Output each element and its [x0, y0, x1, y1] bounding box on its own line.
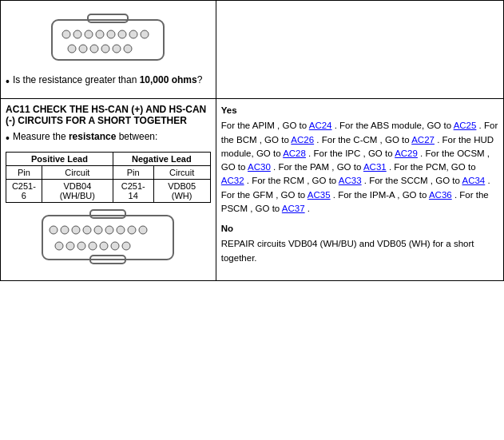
link-ac29[interactable]: AC29	[395, 149, 418, 158]
bullet-resistance-question: • Is the resistance greater than 10,000 …	[6, 74, 211, 89]
top-left-cell: • Is the resistance greater than 10,000 …	[1, 1, 216, 99]
svg-point-14	[113, 45, 121, 53]
link-ac33[interactable]: AC33	[339, 176, 362, 185]
sub-header-pin2: Pin	[113, 166, 153, 180]
svg-point-10	[68, 45, 76, 53]
link-ac37[interactable]: AC37	[282, 204, 305, 213]
main-layout: • Is the resistance greater than 10,000 …	[0, 0, 504, 281]
svg-point-19	[50, 226, 58, 234]
svg-point-28	[55, 242, 63, 250]
link-ac31[interactable]: AC31	[363, 162, 387, 172]
link-ac26[interactable]: AC26	[291, 135, 314, 145]
no-label: No	[221, 222, 498, 236]
svg-point-20	[61, 226, 69, 234]
svg-point-3	[73, 30, 81, 38]
svg-point-25	[117, 226, 125, 234]
link-ac27[interactable]: AC27	[411, 135, 435, 145]
yes-label: Yes	[221, 104, 498, 117]
svg-point-30	[77, 242, 85, 250]
sub-header-pin1: Pin	[6, 166, 42, 180]
table-row: C251-6 VDB04 (WH/BU) C251-14 VDB05 (WH)	[6, 180, 211, 203]
svg-point-6	[107, 30, 115, 38]
svg-point-26	[128, 226, 136, 234]
svg-point-24	[105, 226, 113, 234]
svg-point-2	[62, 30, 70, 38]
ac11-left-cell: AC11 CHECK THE HS-CAN (+) AND HS-CAN (-)…	[1, 99, 216, 281]
yes-content: For the APIM , GO to AC24 . For the ABS …	[221, 119, 498, 216]
svg-point-8	[129, 30, 137, 38]
link-ac34[interactable]: AC34	[462, 176, 485, 185]
measurement-table: Positive Lead Negative Lead Pin Circuit …	[6, 152, 211, 203]
svg-point-13	[101, 45, 109, 53]
neg-circuit: VDB05 (WH)	[153, 180, 210, 203]
no-content: REPAIR circuits VDB04 (WH/BU) and VDB05 …	[221, 237, 498, 265]
yes-no-section: Yes For the APIM , GO to AC24 . For the …	[221, 104, 498, 265]
svg-point-5	[96, 30, 104, 38]
svg-rect-1	[88, 14, 128, 22]
svg-point-7	[118, 30, 126, 38]
svg-point-32	[100, 242, 108, 250]
measure-label: Measure the resistance between:	[13, 131, 157, 142]
resistance-question-text: Is the resistance greater than 10,000 oh…	[13, 74, 203, 85]
svg-point-31	[89, 242, 97, 250]
top-right-cell	[216, 1, 503, 99]
neg-pin: C251-14	[113, 180, 153, 203]
link-ac35[interactable]: AC35	[308, 190, 331, 200]
svg-point-11	[79, 45, 87, 53]
svg-point-21	[72, 226, 80, 234]
link-ac30[interactable]: AC30	[248, 162, 271, 172]
link-ac24[interactable]: AC24	[309, 121, 332, 130]
pos-circuit: VDB04 (WH/BU)	[42, 180, 113, 203]
connector-top-image	[6, 12, 211, 68]
sub-header-circuit2: Circuit	[153, 166, 210, 180]
svg-point-23	[94, 226, 102, 234]
connector-svg-bottom	[36, 209, 180, 269]
svg-point-29	[66, 242, 74, 250]
svg-point-12	[90, 45, 98, 53]
connector-svg-top	[44, 12, 172, 68]
svg-rect-17	[90, 210, 125, 218]
measure-section: • Measure the resistance between:	[6, 131, 211, 145]
connector-bottom-image	[6, 209, 211, 269]
ac11-header: AC11 CHECK THE HS-CAN (+) AND HS-CAN (-)…	[6, 104, 211, 126]
negative-lead-header: Negative Lead	[113, 153, 210, 166]
sub-header-circuit1: Circuit	[42, 166, 113, 180]
link-ac28[interactable]: AC28	[283, 149, 306, 158]
svg-rect-16	[42, 216, 173, 260]
ac11-right-cell: Yes For the APIM , GO to AC24 . For the …	[216, 99, 503, 281]
link-ac32[interactable]: AC32	[221, 176, 244, 185]
svg-point-22	[83, 226, 91, 234]
svg-point-33	[111, 242, 119, 250]
svg-point-9	[141, 30, 149, 38]
link-ac25[interactable]: AC25	[454, 121, 477, 130]
pos-pin: C251-6	[6, 180, 42, 203]
svg-rect-0	[52, 20, 164, 60]
svg-point-15	[124, 45, 132, 53]
svg-point-27	[139, 226, 147, 234]
svg-point-34	[122, 242, 130, 250]
link-ac36[interactable]: AC36	[429, 190, 452, 200]
positive-lead-header: Positive Lead	[6, 153, 113, 166]
svg-point-4	[85, 30, 93, 38]
